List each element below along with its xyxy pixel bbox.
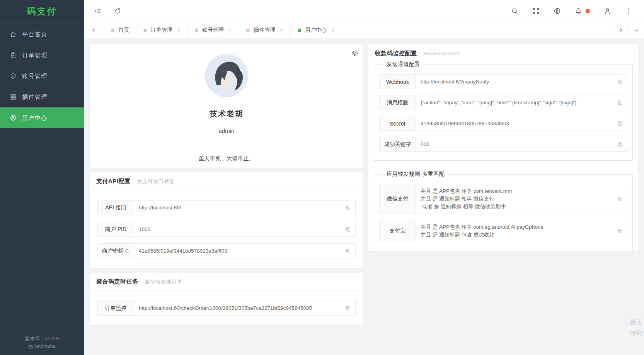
config-row-message-template: 消息模版 {"action": "mpay","data": "[msg]","… — [379, 95, 627, 110]
sidebar-item-label: 账号管理 — [22, 73, 48, 80]
sidebar-item-accounts[interactable]: 账号管理 — [0, 66, 84, 87]
field-value: 并且 是 APP包名 相等 com.tencent.mm 并且 是 通知标题 相… — [416, 184, 617, 214]
tab-label: 账号管理 — [202, 27, 224, 34]
copy-icon[interactable] — [617, 137, 627, 151]
copy-icon[interactable] — [617, 220, 627, 242]
profile-card: 技术老胡 admin 圣人不死，大盗不止。 — [90, 44, 363, 168]
gear-icon[interactable] — [351, 50, 358, 57]
version-author: by techhaha — [0, 342, 84, 350]
sidebar-item-label: 插件管理 — [22, 93, 48, 101]
more-menu-icon[interactable] — [625, 7, 632, 15]
payment-api-card: 支付API配置 · 易支付接口标准 API 接口 http://localhos… — [90, 172, 363, 268]
copy-icon[interactable] — [346, 222, 355, 236]
sidebar-item-user-center[interactable]: 用户中心 — [0, 107, 84, 128]
tabbar: 首页 订单管理 账号管理 插件管理 用户中心 — [84, 22, 644, 38]
fieldset-legend: 应用转发规则·多重匹配 — [383, 171, 448, 178]
config-row-webhook: Webhook http://localhost:60/mpayNotify — [379, 74, 627, 89]
clipboard-check-icon — [10, 52, 17, 59]
field-value: http://localhost:60/ — [134, 200, 346, 215]
tab-plugins[interactable]: 插件管理 — [239, 22, 291, 38]
field-value: 并且 是 APP包名 相等 com.eg.android.AlipayGphon… — [416, 220, 617, 242]
card-subtitle: · 易支付接口标准 — [133, 178, 175, 185]
copy-icon[interactable] — [617, 95, 627, 110]
copy-icon[interactable] — [346, 200, 355, 215]
tab-accounts[interactable]: 账号管理 — [188, 22, 239, 38]
card-subtitle: · SmsForwarder — [420, 51, 460, 56]
config-row-alipay: 支付宝 并且 是 APP包名 相等 com.eg.android.AlipayG… — [379, 220, 627, 242]
notification-dot — [586, 9, 590, 13]
fullscreen-icon[interactable] — [532, 7, 540, 15]
shield-check-icon — [10, 73, 17, 80]
tab-dot — [111, 29, 114, 32]
config-row-merchant-pid: 商户 PID 1000 — [97, 222, 356, 237]
tabs-scroll-left-button[interactable] — [84, 22, 104, 38]
sidebar-item-label: 订单管理 — [22, 52, 48, 59]
close-icon[interactable] — [331, 28, 335, 32]
copy-icon[interactable] — [346, 301, 355, 315]
tab-dot — [143, 29, 147, 32]
tab-user-center[interactable]: 用户中心 — [291, 22, 342, 38]
tab-orders[interactable]: 订单管理 — [136, 22, 188, 38]
copy-icon[interactable] — [617, 184, 627, 214]
sidebar-item-label: 用户中心 — [22, 114, 48, 122]
refresh-icon[interactable] — [114, 7, 121, 15]
topbar — [84, 0, 644, 22]
close-icon[interactable] — [279, 28, 283, 32]
copy-icon[interactable] — [617, 116, 627, 131]
fieldset-legend: 发送通道配置 — [383, 61, 424, 68]
field-label: API 接口 — [98, 200, 134, 215]
sidebar-menu: 平台首页 订单管理 账号管理 插件管理 用户中心 — [0, 23, 84, 128]
qr-monitor-card: 收款码监控配置 · SmsForwarder 发送通道配置 Webhook ht… — [368, 44, 638, 251]
field-value: 200 — [416, 137, 617, 151]
config-row-wechat-pay: 微信支付 并且 是 APP包名 相等 com.tencent.mm 并且 是 通… — [379, 184, 627, 214]
field-label: 微信支付 — [380, 184, 416, 214]
tabs-scroll-right-button[interactable] — [613, 22, 629, 38]
profile-motto: 圣人不死，大盗不止。 — [90, 150, 363, 168]
field-label: 商户 PID — [98, 222, 134, 236]
profile-username: admin — [219, 127, 235, 134]
chevron-down-icon — [634, 27, 639, 33]
field-value: {"action": "mpay","data": "[msg]","time"… — [416, 95, 617, 110]
copy-icon[interactable] — [346, 244, 355, 258]
field-value: http://localhost:60/checkOrder/1000/3805… — [134, 301, 346, 315]
right-column: 收款码监控配置 · SmsForwarder 发送通道配置 Webhook ht… — [368, 44, 638, 258]
copy-icon[interactable] — [617, 75, 627, 89]
field-value: 41e9585f019ef94418d578913a3af603 — [134, 244, 346, 258]
rule-line: 并且 是 APP包名 相等 com.eg.android.AlipayGphon… — [421, 223, 613, 231]
sidebar-item-plugins[interactable]: 插件管理 — [0, 87, 84, 107]
tab-home[interactable]: 首页 — [104, 22, 136, 38]
tab-label: 用户中心 — [305, 27, 327, 34]
timer-task-card: 聚合码定时任务 · 监控有效期订单 订单监控 http://localhost:… — [90, 273, 363, 325]
left-column: 技术老胡 admin 圣人不死，大盗不止。 支付API配置 · 易支付接口标准 … — [90, 44, 363, 325]
user-icon[interactable] — [604, 7, 611, 15]
bell-icon[interactable] — [575, 7, 582, 15]
card-title: 支付API配置 — [96, 178, 131, 185]
sidebar-item-home[interactable]: 平台首页 — [0, 24, 84, 45]
rule-line: 并且 是 APP包名 相等 com.tencent.mm — [421, 187, 613, 195]
sidebar-item-orders[interactable]: 订单管理 — [0, 45, 84, 66]
field-label: 订单监控 — [98, 301, 134, 315]
notifications-group — [575, 7, 590, 15]
language-icon[interactable] — [554, 7, 561, 15]
field-value: 41e9585f019ef94418d578913a3af603 — [416, 116, 617, 131]
grid-icon — [10, 93, 17, 100]
tabs-dropdown-button[interactable] — [629, 22, 644, 38]
home-icon — [10, 31, 17, 38]
field-label: 支付宝 — [380, 220, 416, 242]
collapse-sidebar-icon[interactable] — [94, 7, 102, 15]
rule-line: 或者 是 通知标题 相等 微信收款助手 — [421, 203, 613, 211]
regenerate-key-icon[interactable] — [124, 248, 129, 253]
close-icon[interactable] — [176, 28, 181, 32]
config-row-api-url: API 接口 http://localhost:60/ — [97, 200, 356, 215]
field-label: 商户密钥 — [98, 244, 134, 258]
card-title: 收款码监控配置 — [375, 50, 417, 57]
config-row-order-monitor: 订单监控 http://localhost:60/checkOrder/1000… — [97, 301, 356, 316]
search-icon[interactable] — [511, 7, 518, 15]
tab-label: 订单管理 — [151, 27, 172, 34]
card-title: 聚合码定时任务 — [96, 278, 138, 285]
main-content: 技术老胡 admin 圣人不死，大盗不止。 支付API配置 · 易支付接口标准 … — [84, 39, 644, 355]
app-logo: 码支付 — [0, 0, 84, 23]
tab-dot — [246, 29, 250, 32]
close-icon[interactable] — [228, 28, 232, 32]
version-info: 版本号：v1.0.0 by techhaha — [0, 335, 84, 350]
